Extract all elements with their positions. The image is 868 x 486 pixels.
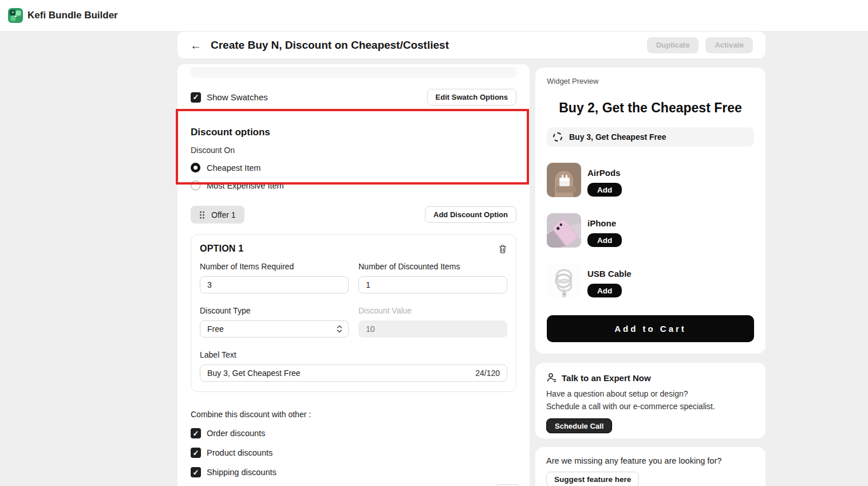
svg-text:+: + [14, 14, 17, 19]
add-discount-option-button[interactable]: Add Discount Option [425, 206, 516, 223]
discount-type-label: Discount Type [200, 306, 349, 315]
expert-line-1: Have a question about setup or design? [546, 389, 755, 398]
discount-options-heading: Discount options [191, 127, 516, 138]
show-swatches-label: Show Swatches [207, 92, 268, 102]
option-1-card: OPTION 1 Number of Items Required Number… [191, 234, 516, 392]
widget-option-pill[interactable]: Buy 3, Get Cheapest Free [547, 127, 754, 147]
widget-heading: Buy 2, Get the Cheapest Free [547, 100, 754, 116]
page-header: ← Create Buy N, Discount on Cheapest/Cos… [177, 32, 766, 58]
activate-button[interactable]: Activate [705, 37, 753, 53]
discounted-items-label: Number of Discounted Items [358, 262, 507, 271]
show-swatches-checkbox[interactable]: ✓ Show Swatches [191, 92, 268, 103]
radio-unselected-icon [191, 181, 200, 190]
items-required-input[interactable] [200, 276, 349, 293]
option-title: OPTION 1 [200, 244, 243, 254]
add-product-button[interactable]: Add [587, 284, 622, 297]
expert-line-2: Schedule a call with our e-commerce spec… [546, 402, 755, 411]
product-image-iphone [547, 213, 581, 248]
delete-option-button[interactable] [498, 244, 507, 254]
shipping-discounts-checkbox[interactable]: ✓ Shipping discounts [191, 467, 516, 477]
offer-row: Offer 1 Add Discount Option [191, 206, 516, 224]
label-text-field: Label Text Buy 3, Get Cheapest Free 24/1… [200, 350, 507, 382]
items-required-field: Number of Items Required [200, 262, 349, 293]
discounted-items-field: Number of Discounted Items [358, 262, 507, 293]
radio-cheapest-item[interactable]: Cheapest Item [191, 163, 516, 173]
widget-preview-label: Widget Preview [547, 77, 754, 85]
expert-title: Talk to an Expert Now [562, 373, 651, 383]
checkbox-checked-icon: ✓ [191, 428, 201, 438]
radio-selected-icon [191, 163, 200, 173]
checkbox-checked-icon: ✓ [191, 448, 201, 458]
widget-preview-card: Widget Preview Buy 2, Get the Cheapest F… [535, 68, 766, 354]
feature-suggestion-card: Are we missing any feature you are looki… [535, 447, 766, 486]
label-text-label: Label Text [200, 350, 507, 359]
trash-icon [498, 244, 507, 254]
edit-swatch-options-button[interactable]: Edit Swatch Options [427, 89, 516, 105]
product-name: AirPods [587, 168, 622, 178]
order-discounts-checkbox[interactable]: ✓ Order discounts [191, 428, 516, 438]
label-text-input[interactable]: Buy 3, Get Cheapest Free 24/120 [200, 364, 507, 382]
editor-panel: ✓ Show Swatches Edit Swatch Options Disc… [177, 64, 530, 486]
product-row-iphone: iPhone Add [547, 213, 754, 248]
discount-value-field: Discount Value [358, 306, 507, 338]
checkbox-checked-icon: ✓ [191, 467, 201, 477]
show-swatches-row: ✓ Show Swatches Edit Swatch Options [191, 89, 516, 105]
product-image-usb-cable [547, 264, 581, 298]
svg-text:+: + [12, 10, 14, 14]
add-product-button[interactable]: Add [587, 183, 622, 197]
clipped-field [191, 67, 516, 78]
offer-tab-label: Offer 1 [211, 210, 236, 220]
suggest-feature-button[interactable]: Suggest feature here [546, 472, 639, 486]
page-title: Create Buy N, Discount on Cheapest/Costl… [211, 39, 640, 52]
discounted-items-input[interactable] [358, 276, 507, 293]
discount-value-input [358, 320, 507, 338]
schedule-call-button[interactable]: Schedule Call [546, 418, 612, 433]
feature-question: Are we missing any feature you are looki… [546, 456, 755, 465]
items-required-label: Number of Items Required [200, 262, 349, 271]
product-image-airpods [547, 163, 581, 197]
offer-tab[interactable]: Offer 1 [191, 206, 244, 224]
drag-handle-icon [199, 211, 205, 219]
top-bar: + + Kefi Bundle Builder [0, 0, 868, 32]
back-arrow-icon[interactable]: ← [190, 40, 202, 51]
product-name: iPhone [587, 218, 622, 228]
dashed-circle-icon [553, 132, 562, 142]
radio-most-expensive-item[interactable]: Most Expensive Item [191, 181, 516, 190]
checkbox-checked-icon: ✓ [191, 92, 201, 103]
duplicate-button[interactable]: Duplicate [647, 37, 699, 53]
discount-value-label: Discount Value [358, 306, 507, 315]
product-discounts-checkbox[interactable]: ✓ Product discounts [191, 448, 516, 458]
discount-type-field: Discount Type [200, 306, 349, 338]
add-product-button[interactable]: Add [587, 233, 622, 247]
combine-section: Combine this discount with other : ✓ Ord… [191, 410, 516, 477]
discount-on-label: Discount On [191, 146, 516, 155]
app-title: Kefi Bundle Builder [27, 10, 118, 21]
combine-label: Combine this discount with other : [191, 410, 516, 419]
product-name: USB Cable [587, 269, 632, 279]
discount-options-section: Discount options Discount On Cheapest It… [191, 127, 516, 190]
add-to-cart-button[interactable]: Add to Cart [547, 315, 754, 342]
page: + + Kefi Bundle Builder ← Create Buy N, … [0, 0, 868, 486]
product-row-airpods: AirPods Add [547, 163, 754, 197]
expert-person-icon [546, 373, 557, 383]
expert-card: Talk to an Expert Now Have a question ab… [535, 363, 766, 438]
char-counter: 24/120 [475, 369, 500, 378]
app-logo-icon: + + [8, 8, 23, 23]
select-chevrons-icon [336, 324, 343, 334]
product-row-usb-cable: USB Cable Add [547, 264, 754, 298]
discount-type-select[interactable] [200, 320, 349, 338]
